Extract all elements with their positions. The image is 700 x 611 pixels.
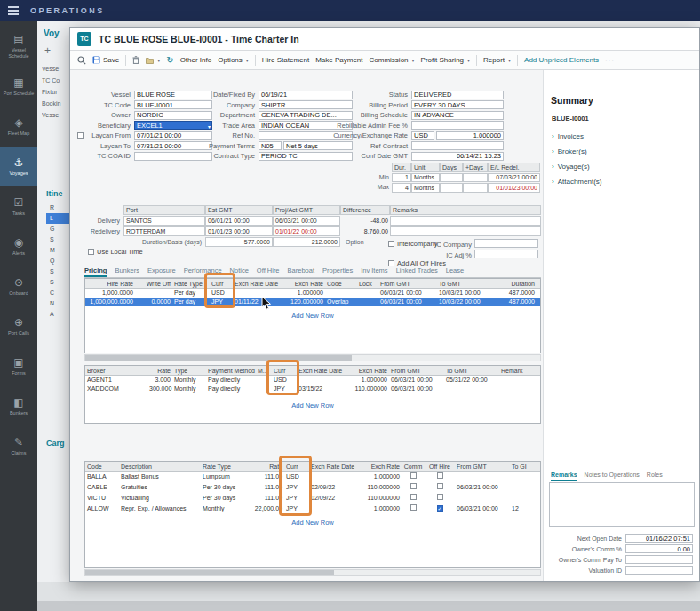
field-laycan-to[interactable]: 07/31/21 00:00 [134,141,212,150]
tab-performance[interactable]: Performance [184,266,222,277]
column-header-off-hire[interactable]: Off Hire [425,462,455,471]
add-new-row-link[interactable]: Add New Row [84,312,541,320]
tab-bareboat[interactable]: Bareboat [288,266,314,277]
tab-lease[interactable]: Lease [446,266,464,277]
tab-linked-trades[interactable]: Linked Trades [396,266,438,277]
sidebar-item-voyages[interactable]: ⚓Voyages [0,147,37,186]
tab-off-hire[interactable]: Off Hire [257,266,280,277]
field-owner[interactable]: NORDIC [134,111,212,120]
column-header-write-off[interactable]: Write Off [135,279,172,288]
sidebar-item-onboard[interactable]: ⊙Onboard [0,266,37,306]
field-laycan-from[interactable]: 07/01/21 00:00 [134,131,212,140]
column-header-from-gmt[interactable]: From GMT [378,279,437,288]
menu-icon[interactable] [8,6,19,15]
field-billing-period[interactable]: EVERY 30 DAYS [411,100,504,109]
min-dur-field[interactable]: 1 [392,173,411,183]
redelivery-remarks-field[interactable] [390,226,541,236]
column-header-from-gmt[interactable]: From GMT [389,366,444,375]
more-menu-icon[interactable]: ··· [605,56,615,64]
make-payment-button[interactable]: Make Payment [315,56,362,64]
ic-company-field[interactable] [474,239,538,248]
max-redel-field[interactable]: 01/01/23 00:00 [488,183,540,193]
table-row[interactable]: VICTUVictuallingPer 30 days111.00JPY02/0… [85,493,540,504]
checkbox[interactable] [77,132,84,139]
use-local-time-checkbox[interactable]: Use Local Time [88,248,143,256]
column-header-rate[interactable]: Rate [247,462,284,471]
tab-properties[interactable]: Properties [322,266,353,277]
redelivery-est-field[interactable]: 01/01/23 00:00 [205,226,273,236]
checkbox[interactable] [410,483,417,489]
search-icon[interactable] [77,56,86,65]
column-header-curr[interactable]: Curr [272,366,297,375]
column-header-exch-rate[interactable]: Exch Rate [281,279,325,288]
background-list-row[interactable]: L [46,213,71,224]
copy-icon[interactable]: ▾ [146,57,160,64]
summary-link-voyage-s[interactable]: ›Voyage(s) [552,159,694,174]
checkbox[interactable] [410,504,417,511]
column-header-type[interactable]: Type [172,366,206,375]
column-header-exch-rate-date[interactable]: Exch Rate Date [233,279,281,288]
column-header-m[interactable]: M... [256,366,272,375]
delivery-port-field[interactable]: SANTOS [123,216,205,226]
delivery-est-field[interactable]: 06/01/21 00:00 [205,216,273,226]
duration-est-field[interactable]: 577.0000 [205,237,273,247]
checkbox[interactable]: ✓ [437,505,443,512]
sidebar-item-claims[interactable]: ✎Claims [0,426,37,466]
field-currency-exchange-rate[interactable]: USD [411,131,434,140]
column-header-description[interactable]: Description [119,462,201,471]
column-header-duration[interactable]: Duration [496,279,537,288]
max-days-field[interactable] [440,183,463,193]
background-list-row[interactable]: S [46,234,71,245]
tab-notice[interactable]: Notice [230,266,249,277]
column-header-broker[interactable]: Broker [85,366,147,375]
tab-inv-items[interactable]: Inv Items [361,266,387,277]
delivery-proj-field[interactable]: 06/03/21 00:00 [273,216,340,226]
table-row[interactable]: ALLOWRepr. Exp. / AllowancesMonthly22,00… [85,504,540,514]
field-rebillable-admin-fee[interactable] [411,121,504,130]
column-header-hire-rate[interactable]: Hire Rate [85,279,135,288]
max-plus-days-field[interactable] [463,183,488,193]
sidebar-item-forms[interactable]: ▣Forms [0,346,37,386]
field-tc-coa-id[interactable] [134,152,212,161]
column-header-exch-rate[interactable]: Exch Rate [345,366,389,375]
table-row[interactable]: 1,000,000.00000.0000Per dayJPY01/11/2212… [85,298,540,306]
sidebar-item-vessel-schedule[interactable]: ▤Vessel Schedule [0,27,37,67]
field-conf-date-gmt[interactable]: 06/14/21 15:23 [411,152,504,161]
checkbox[interactable] [410,494,417,500]
sidebar-item-tasks[interactable]: ☑Tasks [0,186,37,226]
min-days-field[interactable] [440,173,463,183]
field-beneficiary[interactable]: EXCEL1▾ [134,121,212,130]
hire-statement-button[interactable]: Hire Statement [262,56,309,64]
column-header-to-gmt[interactable]: To GMT [437,279,496,288]
pricing-horizontal-scrollbar[interactable] [84,354,541,361]
background-list-row[interactable]: G [46,224,71,234]
column-header-comm[interactable]: Comm [402,462,425,471]
tab-remarks[interactable]: Remarks [551,472,577,481]
column-header-rate-type[interactable]: Rate Type [201,462,247,471]
field-vessel[interactable]: BLUE ROSE [134,91,212,99]
tab-roles[interactable]: Roles [647,472,663,481]
column-header-to-gi[interactable]: To GI [510,462,537,471]
field-ref-contract[interactable] [411,141,504,150]
background-list-row[interactable]: A [46,309,71,320]
add-new-row-link[interactable]: Add New Row [84,519,541,527]
sidebar-item-port-calls[interactable]: ⊕Port Calls [0,306,37,346]
column-header-exch-rate-date[interactable]: Exch Rate Date [309,462,357,471]
column-header-payment-method[interactable]: Payment Method [206,366,256,375]
summary-link-invoices[interactable]: ›Invoices [552,129,694,144]
field-owner-s-comm-pay-to[interactable] [625,555,693,564]
background-list-row[interactable]: S [46,266,71,277]
add-new-row-link[interactable]: Add New Row [84,401,541,409]
background-list-row[interactable]: Q [46,256,71,266]
field-payment-terms[interactable]: N05 [259,141,282,150]
checkbox[interactable] [410,472,417,479]
profit-sharing-menu[interactable]: Profit Sharing▾ [421,56,470,64]
column-header-code[interactable]: Code [325,279,357,288]
commission-menu[interactable]: Commission▾ [370,56,415,64]
field-status[interactable]: DELIVERED [411,91,504,99]
bottom-horizontal-scrollbar[interactable] [84,569,541,576]
table-row[interactable]: 1,000.0000Per dayUSD1.00000006/03/21 00:… [85,289,540,298]
column-header-curr[interactable]: Curr [284,462,309,471]
background-list-row[interactable]: C [46,288,71,298]
column-header-rate[interactable]: Rate [147,366,172,375]
